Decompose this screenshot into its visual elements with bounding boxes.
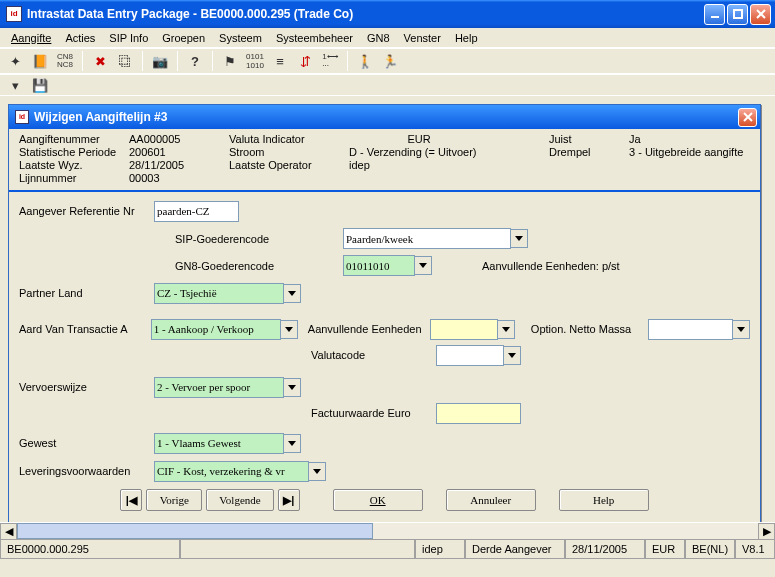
tool-person1-icon[interactable]: 🚶 [354,50,376,72]
maximize-button[interactable] [727,4,748,25]
gn8-goederencode-input[interactable] [343,255,415,276]
tool-person2-icon[interactable]: 🏃 [379,50,401,72]
juist-label: Juist [549,133,629,145]
valutacode-dropdown-icon[interactable] [504,346,521,365]
menu-gn8[interactable]: GN8 [360,30,397,46]
partner-land-input[interactable] [154,283,284,304]
tool-camera-icon[interactable]: 📷 [149,50,171,72]
tool-save-icon[interactable]: 💾 [29,74,51,96]
dialog-title-text: Wijzigen Aangiftelijn #3 [34,110,736,124]
scroll-track[interactable] [17,523,758,539]
periode-label: Statistische Periode [19,146,129,158]
horizontal-scrollbar[interactable]: ◀ ▶ [0,522,775,539]
tool-delete-icon[interactable]: ✖ [89,50,111,72]
periode-value: 200601 [129,146,229,158]
sip-goederencode-dropdown-icon[interactable] [511,229,528,248]
tool-copy-icon[interactable]: ⿻ [114,50,136,72]
tool-help-icon[interactable]: ? [184,50,206,72]
valutacode-label: Valutacode [311,349,436,361]
tool-bits-icon[interactable]: 01011010 [244,50,266,72]
tool-wand-icon[interactable]: ✦ [4,50,26,72]
menu-venster[interactable]: Venster [397,30,448,46]
menu-acties[interactable]: Acties [58,30,102,46]
tool-option-icon[interactable]: ▾ [4,74,26,96]
menu-groepen[interactable]: Groepen [155,30,212,46]
option-netto-massa-dropdown-icon[interactable] [733,320,750,339]
scroll-thumb[interactable] [17,523,373,539]
status-currency: EUR [645,540,685,559]
tool-flag-icon[interactable]: ⚑ [219,50,241,72]
referentie-input[interactable] [154,201,239,222]
aanvullende-eenheden-note: Aanvullende Eenheden: p/st [482,260,620,272]
menu-systeembeheer[interactable]: Systeembeheer [269,30,360,46]
aard-transactie-dropdown-icon[interactable] [281,320,298,339]
close-button[interactable] [750,4,771,25]
gewest-dropdown-icon[interactable] [284,434,301,453]
statusbar: BE0000.000.295 idep Derde Aangever 28/11… [0,539,775,559]
vervoerswijze-dropdown-icon[interactable] [284,378,301,397]
option-netto-massa-input[interactable] [648,319,733,340]
vorige-button[interactable]: Vorige [146,489,202,511]
minimize-button[interactable] [704,4,725,25]
window-titlebar: id Intrastat Data Entry Package - BE0000… [0,0,775,28]
status-date: 28/11/2005 [565,540,645,559]
last-record-button[interactable]: ▶| [278,489,300,511]
tool-book-icon[interactable]: 📙 [29,50,51,72]
factuurwaarde-input[interactable] [436,403,521,424]
status-user: idep [415,540,465,559]
aard-transactie-input[interactable] [151,319,281,340]
stroom-label: Stroom [229,146,349,158]
tool-lines-icon[interactable]: ≡ [269,50,291,72]
tool-expand-icon[interactable]: 1⟷··· [319,50,341,72]
drempel-label: Drempel [549,146,629,158]
tool-updown-icon[interactable]: ⇵ [294,50,316,72]
toolbar-1: ✦ 📙 CN8NC8 ✖ ⿻ 📷 ? ⚑ 01011010 ≡ ⇵ 1⟷··· … [0,48,775,74]
gewest-input[interactable] [154,433,284,454]
volgende-button[interactable]: Volgende [206,489,273,511]
laatste-wyz-value: 28/11/2005 [129,159,229,171]
tool-cn8-icon[interactable]: CN8NC8 [54,50,76,72]
status-code: BE0000.000.295 [0,540,180,559]
dialog-nav-row: |◀ Vorige Volgende ▶| OK Annuleer Help [9,489,760,511]
first-record-button[interactable]: |◀ [120,489,142,511]
aangiftenummer-label: Aangiftenummer [19,133,129,145]
help-button[interactable]: Help [559,489,649,511]
menu-aangifte[interactable]: Aangifte [4,30,58,46]
gewest-label: Gewest [19,437,154,449]
sip-goederencode-label: SIP-Goederencode [175,233,343,245]
operator-value: idep [349,159,549,171]
menu-systeem[interactable]: Systeem [212,30,269,46]
form-body: Aangever Referentie Nr SIP-Goederencode … [9,192,760,482]
toolbar-2: ▾ 💾 [0,74,775,96]
status-role: Derde Aangever [465,540,565,559]
scroll-right-icon[interactable]: ▶ [758,523,775,540]
info-panel: Aangiftenummer AA000005 Valuta Indicator… [9,129,760,192]
leveringsvoorwaarden-label: Leveringsvoorwaarden [19,465,154,477]
aanvullende-eenheden-dropdown-icon[interactable] [498,320,515,339]
sip-goederencode-input[interactable] [343,228,511,249]
valuta-indicator-value: EUR [349,133,549,145]
leveringsvoorwaarden-dropdown-icon[interactable] [309,462,326,481]
status-version: V8.1 [735,540,775,559]
leveringsvoorwaarden-input[interactable] [154,461,309,482]
aanvullende-eenheden-input[interactable] [430,319,498,340]
lijnnummer-label: Lijnnummer [19,172,129,184]
operator-label: Laatste Operator [229,159,349,171]
menubar: Aangifte Acties SIP Info Groepen Systeem… [0,28,775,48]
option-netto-massa-label: Option. Netto Massa [531,323,648,335]
menu-sipinfo[interactable]: SIP Info [102,30,155,46]
laatste-wyz-label: Laatste Wyz. [19,159,129,171]
vervoerswijze-input[interactable] [154,377,284,398]
ok-button[interactable]: OK [333,489,423,511]
menu-help[interactable]: Help [448,30,485,46]
partner-land-dropdown-icon[interactable] [284,284,301,303]
dialog-close-button[interactable] [738,108,757,127]
drempel-value: 3 - Uitgebreide aangifte [629,146,750,158]
gn8-goederencode-dropdown-icon[interactable] [415,256,432,275]
valutacode-input[interactable] [436,345,504,366]
annuleer-button[interactable]: Annuleer [446,489,536,511]
partner-land-label: Partner Land [19,287,154,299]
juist-value: Ja [629,133,750,145]
scroll-left-icon[interactable]: ◀ [0,523,17,540]
edit-line-dialog: id Wijzigen Aangiftelijn #3 Aangiftenumm… [8,104,761,524]
